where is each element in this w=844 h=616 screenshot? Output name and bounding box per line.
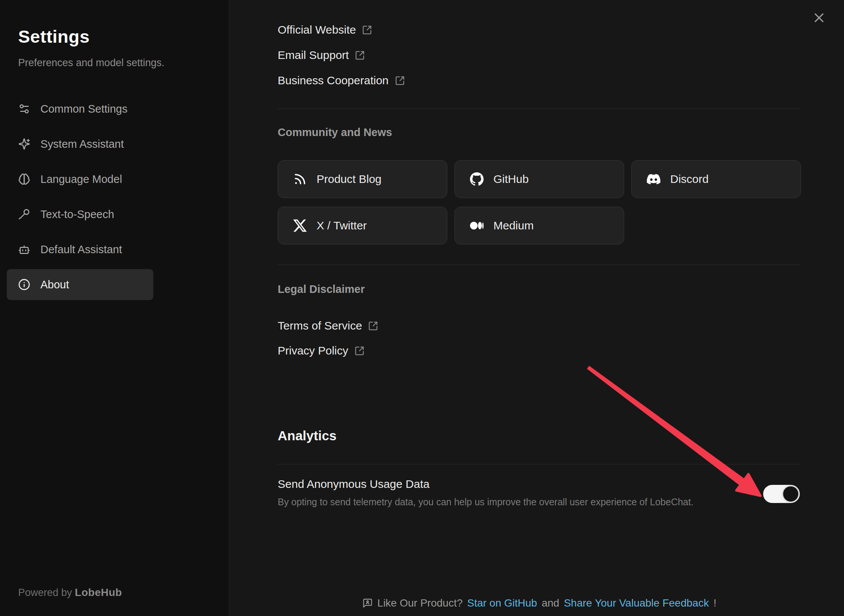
github-button[interactable]: GitHub <box>454 160 624 198</box>
card-label: Product Blog <box>317 173 382 186</box>
sidebar-item-language-model[interactable]: Language Model <box>7 164 153 195</box>
bot-icon <box>18 243 30 255</box>
footer-suffix: ! <box>713 597 716 609</box>
sidebar-nav: Common Settings System Assistant Languag… <box>7 93 153 304</box>
sidebar-item-default-assistant[interactable]: Default Assistant <box>7 234 153 265</box>
community-cards: Product Blog GitHub Discord X / Twitter … <box>278 160 801 245</box>
business-cooperation-link[interactable]: Business Cooperation <box>278 73 801 88</box>
medium-icon <box>470 219 484 232</box>
external-link-icon <box>368 321 378 331</box>
footer-like-bar: Like Our Product? Star on GitHub and Sha… <box>278 596 801 611</box>
analytics-heading: Analytics <box>278 428 801 443</box>
link-label: Terms of Service <box>278 319 362 332</box>
card-label: X / Twitter <box>317 219 367 232</box>
lobehub-brand: LobeHub <box>75 587 122 598</box>
microphone-icon <box>18 208 30 220</box>
footer-prefix: Like Our Product? <box>377 597 463 609</box>
share-feedback-link[interactable]: Share Your Valuable Feedback <box>564 597 709 609</box>
about-panel: Contact Us Official Website Email Suppor… <box>229 0 844 616</box>
github-icon <box>470 172 484 186</box>
sidebar-item-text-to-speech[interactable]: Text-to-Speech <box>7 199 153 230</box>
feedback-bubble-icon <box>362 598 373 608</box>
send-usage-data-toggle[interactable] <box>763 485 800 503</box>
discord-button[interactable]: Discord <box>631 160 801 198</box>
sparkles-icon <box>18 138 30 150</box>
star-on-github-link[interactable]: Star on GitHub <box>467 597 537 609</box>
external-link-icon <box>355 50 365 60</box>
external-link-icon <box>354 346 365 356</box>
page-subtitle: Preferences and model settings. <box>18 57 164 69</box>
link-label: Email Support <box>278 49 349 62</box>
x-twitter-button[interactable]: X / Twitter <box>278 207 447 245</box>
brain-icon <box>18 173 30 185</box>
product-blog-button[interactable]: Product Blog <box>278 160 447 198</box>
info-icon <box>18 279 30 291</box>
card-label: GitHub <box>493 173 529 186</box>
email-support-link[interactable]: Email Support <box>278 48 801 62</box>
sidebar-item-about[interactable]: About <box>7 269 153 300</box>
sidebar-item-label: Text-to-Speech <box>40 208 114 221</box>
sidebar: Settings Preferences and model settings.… <box>0 0 229 616</box>
sidebar-item-label: About <box>40 279 69 291</box>
link-label: Business Cooperation <box>278 74 389 87</box>
card-label: Medium <box>493 219 534 232</box>
footer-conjunction: and <box>542 597 560 609</box>
medium-button[interactable]: Medium <box>454 207 624 245</box>
card-label: Discord <box>670 173 709 186</box>
settings-modal: Settings Preferences and model settings.… <box>0 0 844 616</box>
privacy-policy-link[interactable]: Privacy Policy <box>278 344 801 358</box>
sliders-icon <box>18 103 30 115</box>
toggle-knob <box>783 486 798 501</box>
link-label: Privacy Policy <box>278 344 348 357</box>
legal-heading: Legal Disclaimer <box>278 283 801 296</box>
rss-icon <box>293 172 307 186</box>
contact-us-heading: Contact Us <box>278 0 337 2</box>
sidebar-item-label: System Assistant <box>40 138 124 150</box>
close-button[interactable] <box>811 10 827 26</box>
section-divider <box>278 108 801 109</box>
sidebar-item-common-settings[interactable]: Common Settings <box>7 93 153 124</box>
community-heading: Community and News <box>278 126 801 139</box>
discord-icon <box>647 172 660 186</box>
send-usage-data-description: By opting to send telemetry data, you ca… <box>278 497 694 508</box>
sidebar-item-label: Language Model <box>40 173 122 186</box>
sidebar-item-label: Common Settings <box>40 103 128 115</box>
section-divider <box>278 265 801 265</box>
section-divider <box>278 464 801 464</box>
link-label: Official Website <box>278 23 356 36</box>
close-icon <box>813 12 825 25</box>
send-usage-data-label: Send Anonymous Usage Data <box>278 478 430 491</box>
external-link-icon <box>395 76 405 86</box>
powered-by: Powered by LobeHub <box>18 587 122 599</box>
sidebar-item-system-assistant[interactable]: System Assistant <box>7 128 153 159</box>
x-twitter-icon <box>293 219 307 232</box>
page-title: Settings <box>18 26 90 47</box>
powered-by-prefix: Powered by <box>18 587 72 598</box>
external-link-icon <box>362 25 372 35</box>
terms-of-service-link[interactable]: Terms of Service <box>278 319 801 333</box>
official-website-link[interactable]: Official Website <box>278 23 801 37</box>
sidebar-item-label: Default Assistant <box>40 243 122 256</box>
